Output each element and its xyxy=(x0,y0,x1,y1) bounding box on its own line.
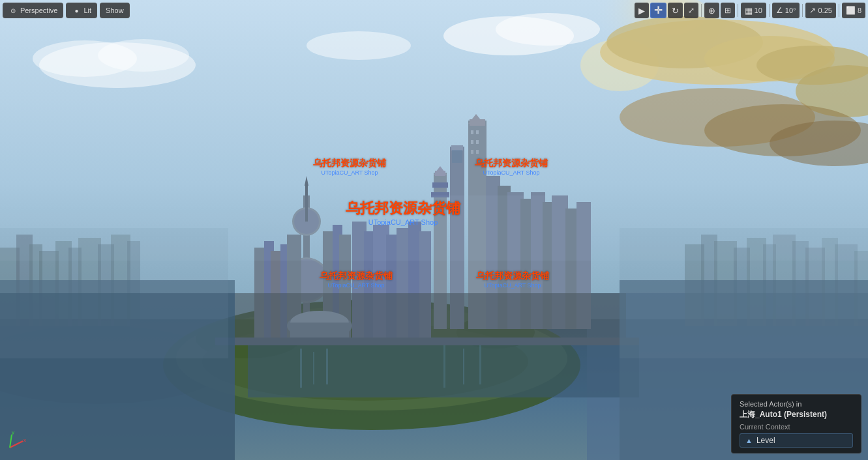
level-row[interactable]: ▲ Level xyxy=(740,433,853,448)
svg-text:x: x xyxy=(23,437,26,443)
svg-point-12 xyxy=(98,39,189,72)
svg-rect-50 xyxy=(471,130,473,134)
current-context-title: Current Context xyxy=(740,423,853,431)
scale-arrow-icon: ↗ xyxy=(809,6,816,15)
perspective-icon: ⊙ xyxy=(8,6,18,15)
show-label: Show xyxy=(106,7,124,14)
screen-icon: ⬜ xyxy=(846,6,856,15)
label-mid-right[interactable]: 乌托邦资源杂货铺 UTopiaCU_ART Shop xyxy=(476,270,549,289)
selected-actor-line1: Selected Actor(s) in xyxy=(740,400,853,408)
svg-rect-53 xyxy=(476,140,479,144)
screen-value: 8 xyxy=(858,7,861,14)
grid-button[interactable]: ▦ 10 xyxy=(741,3,766,18)
grid-icon: ▦ xyxy=(745,6,753,16)
perspective-label: Perspective xyxy=(20,7,57,14)
label-top-right[interactable]: 乌托邦资源杂货铺 UTopiaCU_ART Shop xyxy=(475,158,548,176)
move-icon: ✛ xyxy=(654,5,663,16)
axes-svg: x y xyxy=(7,431,26,451)
svg-rect-62 xyxy=(432,182,448,188)
svg-rect-101 xyxy=(215,338,639,345)
svg-rect-105 xyxy=(326,349,328,384)
select-tool-button[interactable]: ▶ xyxy=(635,3,649,18)
screen-button[interactable]: ⬜ 8 xyxy=(842,3,865,18)
svg-rect-104 xyxy=(313,352,314,384)
svg-line-115 xyxy=(10,441,23,448)
toolbar-separator-4 xyxy=(802,4,803,17)
scale-icon: ⤢ xyxy=(688,6,695,15)
svg-rect-108 xyxy=(479,345,481,384)
svg-line-116 xyxy=(10,435,12,448)
right-toolbar: ▶ ✛ ↻ ⤢ ⊕ ⊞ ▦ 10 ∠ 10° ↗ 0.25 ⬜ 8 xyxy=(632,0,868,21)
coordinate-indicator: x y xyxy=(7,431,26,453)
selected-actor-line2: 上海_Auto1 (Persistent) xyxy=(740,409,853,420)
select-icon: ▶ xyxy=(638,6,645,16)
svg-rect-55 xyxy=(476,150,479,154)
svg-rect-106 xyxy=(443,345,445,388)
label-mid-left[interactable]: 乌托邦资源杂货铺 UTopiaCU_ART Shop xyxy=(320,270,393,289)
move-tool-button[interactable]: ✛ xyxy=(650,3,666,18)
info-panel: Selected Actor(s) in 上海_Auto1 (Persisten… xyxy=(731,394,861,453)
scale-value: 0.25 xyxy=(818,7,831,14)
angle-value: 10° xyxy=(785,7,796,14)
level-label: Level xyxy=(756,436,775,445)
svg-rect-103 xyxy=(300,349,302,388)
lit-icon: ● xyxy=(72,6,81,15)
level-icon: ▲ xyxy=(745,437,753,444)
svg-point-13 xyxy=(307,31,411,60)
lit-button[interactable]: ● Lit xyxy=(66,3,97,18)
svg-text:y: y xyxy=(12,431,14,435)
city-scene-svg xyxy=(0,0,868,460)
show-button[interactable]: Show xyxy=(100,3,130,18)
toolbar-separator-2 xyxy=(738,4,738,17)
toolbar-separator-5 xyxy=(839,4,839,17)
label-center[interactable]: 乌托邦资源杂货铺 UTopiaCU_ART Shop xyxy=(346,199,460,226)
grid-value: 10 xyxy=(755,7,762,14)
perspective-button[interactable]: ⊙ Perspective xyxy=(3,3,63,18)
rotate-tool-button[interactable]: ↻ xyxy=(668,3,683,18)
angle-button[interactable]: ∠ 10° xyxy=(772,3,800,18)
toolbar-separator-1 xyxy=(701,4,702,17)
svg-rect-107 xyxy=(463,349,464,384)
scale-tool-button[interactable]: ⤢ xyxy=(684,3,698,18)
scale-button[interactable]: ↗ 0.25 xyxy=(805,3,835,18)
world-grid-button[interactable]: ⊕ xyxy=(704,3,719,18)
snap-settings-button[interactable]: ⊞ xyxy=(721,3,735,18)
svg-rect-51 xyxy=(476,130,479,134)
angle-icon: ∠ xyxy=(776,6,783,15)
svg-rect-58 xyxy=(452,150,462,163)
rotate-icon: ↻ xyxy=(672,6,679,16)
label-top-left[interactable]: 乌托邦资源杂货铺 UTopiaCU_ART Shop xyxy=(313,158,386,176)
toolbar-separator-3 xyxy=(769,4,770,17)
viewport[interactable]: 乌托邦资源杂货铺 UTopiaCU_ART Shop 乌托邦资源杂货铺 UTop… xyxy=(0,0,868,460)
world-icon: ⊕ xyxy=(708,6,715,16)
svg-rect-54 xyxy=(471,150,473,154)
snap-icon: ⊞ xyxy=(725,6,731,15)
svg-rect-57 xyxy=(451,145,463,151)
lit-label: Lit xyxy=(83,7,91,14)
svg-rect-100 xyxy=(290,323,349,339)
svg-rect-52 xyxy=(471,140,473,144)
